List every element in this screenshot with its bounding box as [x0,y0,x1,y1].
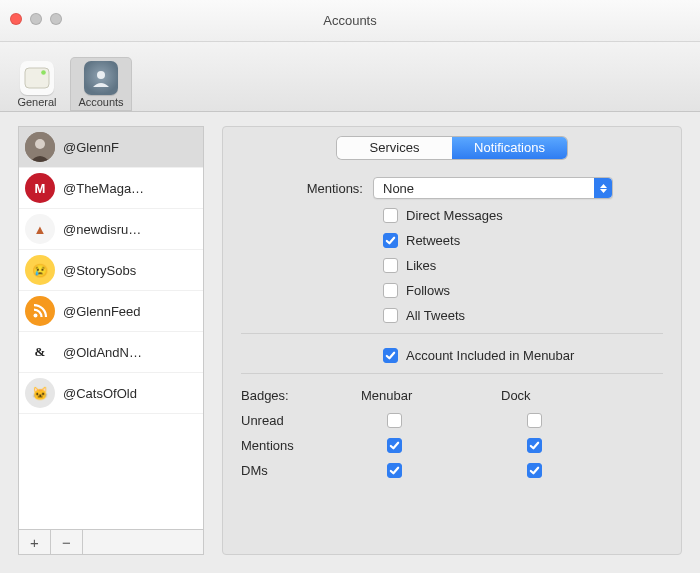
account-row[interactable]: M@TheMaga… [19,168,203,209]
badge-row-label: Unread [241,413,361,428]
account-row[interactable]: &@OldAndN… [19,332,203,373]
zoom-icon[interactable] [50,13,62,25]
notif-option-label: All Tweets [406,308,465,323]
main-content: @GlennFM@TheMaga…▲@newdisru…😢@StorySobs@… [0,112,700,573]
badges-heading: Badges: [241,388,361,403]
svg-rect-0 [25,68,49,88]
notif-option-row: Direct Messages [383,208,663,223]
account-sidebar: @GlennFM@TheMaga…▲@newdisru…😢@StorySobs@… [18,126,204,555]
notif-option-label: Retweets [406,233,460,248]
account-in-menubar-checkbox[interactable] [383,348,398,363]
badge-dock-checkbox[interactable] [527,438,542,453]
account-handle: @StorySobs [63,263,136,278]
chevron-up-down-icon [594,178,612,198]
svg-point-4 [35,139,45,149]
badges-grid: Badges: Menubar Dock UnreadMentionsDMs [241,388,663,478]
mentions-label: Mentions: [241,181,373,196]
svg-point-1 [41,70,46,75]
switch-icon [20,61,54,95]
notif-option-row: Retweets [383,233,663,248]
badge-menubar-checkbox[interactable] [387,463,402,478]
notif-option-row: Likes [383,258,663,273]
notif-option-row: All Tweets [383,308,663,323]
notif-option-checkbox[interactable] [383,258,398,273]
notif-option-checkbox[interactable] [383,233,398,248]
badge-cell [361,438,501,453]
badge-cell [501,438,641,453]
notif-option-checkbox[interactable] [383,308,398,323]
divider [241,333,663,334]
divider [241,373,663,374]
tab-services[interactable]: Services [337,137,452,159]
notif-option-label: Direct Messages [406,208,503,223]
account-handle: @GlennFeed [63,304,141,319]
toolbar-general-button[interactable]: General [6,57,68,111]
toolbar-accounts-label: Accounts [70,96,132,108]
toolbar-general-label: General [6,96,68,108]
account-handle: @CatsOfOld [63,386,137,401]
avatar: & [25,337,55,367]
avatar: ▲ [25,214,55,244]
svg-point-2 [97,71,105,79]
svg-point-5 [34,314,38,318]
tab-notifications[interactable]: Notifications [452,137,567,159]
toolbar-accounts-button[interactable]: Accounts [70,57,132,111]
mentions-select[interactable]: None [373,177,613,199]
remove-account-button[interactable]: − [51,530,83,554]
notif-option-row: Follows [383,283,663,298]
notif-option-label: Likes [406,258,436,273]
account-row[interactable]: 😢@StorySobs [19,250,203,291]
account-handle: @GlennF [63,140,119,155]
tab-segmented: Services Notifications [337,137,567,159]
titlebar: Accounts [0,0,700,42]
window-title: Accounts [0,0,700,42]
avatar: 🐱 [25,378,55,408]
badge-row-label: DMs [241,463,361,478]
mentions-row: Mentions: None [241,177,663,199]
svg-marker-7 [600,189,607,193]
window-controls [10,13,62,25]
badges-col-dock: Dock [501,388,641,403]
list-footer: + − [18,529,204,555]
account-handle: @newdisru… [63,222,141,237]
account-row[interactable]: ▲@newdisru… [19,209,203,250]
toolbar: General Accounts [0,42,700,112]
account-list[interactable]: @GlennFM@TheMaga…▲@newdisru…😢@StorySobs@… [18,126,204,529]
badge-cell [361,463,501,478]
notif-option-checkbox[interactable] [383,283,398,298]
mentions-value: None [383,181,414,196]
notif-option-checkbox[interactable] [383,208,398,223]
settings-panel: Services Notifications Mentions: None Di… [222,126,682,555]
badge-cell [501,463,641,478]
badge-cell [501,413,641,428]
badge-menubar-checkbox[interactable] [387,438,402,453]
notif-option-label: Follows [406,283,450,298]
account-in-menubar-label: Account Included in Menubar [406,348,574,363]
minimize-icon[interactable] [30,13,42,25]
avatar: 😢 [25,255,55,285]
badge-menubar-checkbox[interactable] [387,413,402,428]
badge-dock-checkbox[interactable] [527,463,542,478]
badges-col-menubar: Menubar [361,388,501,403]
svg-marker-6 [600,184,607,188]
badge-dock-checkbox[interactable] [527,413,542,428]
avatar [25,296,55,326]
avatar: M [25,173,55,203]
account-row[interactable]: @GlennFeed [19,291,203,332]
badge-cell [361,413,501,428]
user-icon [84,61,118,95]
account-row[interactable]: @GlennF [19,127,203,168]
account-in-menubar-row: Account Included in Menubar [383,348,663,363]
account-row[interactable]: 🐱@CatsOfOld [19,373,203,414]
add-account-button[interactable]: + [19,530,51,554]
account-handle: @OldAndN… [63,345,142,360]
avatar [25,132,55,162]
close-icon[interactable] [10,13,22,25]
badge-row-label: Mentions [241,438,361,453]
account-handle: @TheMaga… [63,181,144,196]
